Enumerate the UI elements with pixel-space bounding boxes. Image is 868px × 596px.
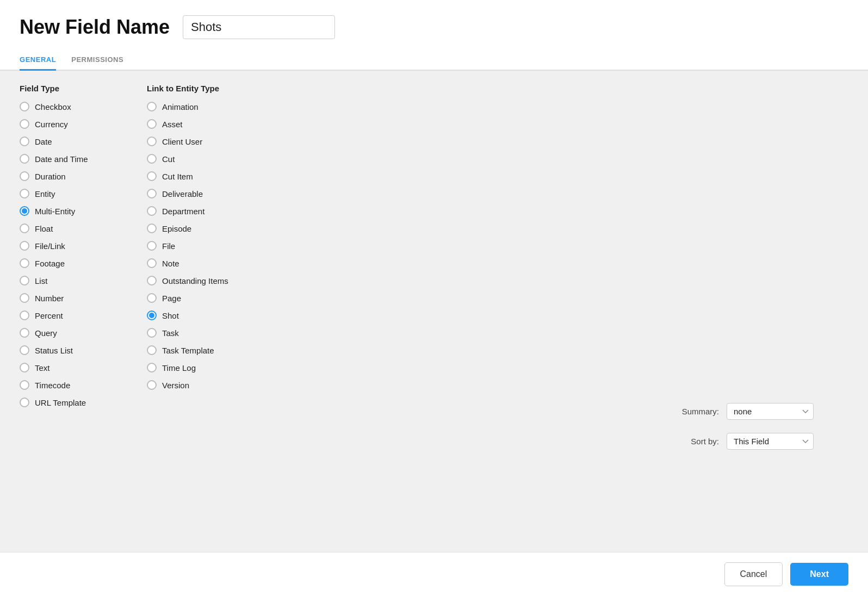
radio-item-shot[interactable]: Shot bbox=[147, 311, 857, 320]
page-title: New Field Name bbox=[20, 16, 170, 39]
radio-item-duration[interactable]: Duration bbox=[20, 171, 114, 181]
radio-item-cut[interactable]: Cut bbox=[147, 154, 857, 164]
radio-item-outstanding-items[interactable]: Outstanding Items bbox=[147, 276, 857, 285]
radio-circle-multi-entity bbox=[20, 206, 29, 216]
radio-item-animation[interactable]: Animation bbox=[147, 102, 857, 111]
field-type-radio-group: Checkbox Currency Date Date and Time Dur… bbox=[20, 102, 114, 407]
radio-label-note: Note bbox=[162, 259, 179, 268]
radio-circle-status-list bbox=[20, 345, 29, 355]
radio-circle-task-template bbox=[147, 345, 157, 355]
radio-circle-cut bbox=[147, 154, 157, 164]
radio-circle-text bbox=[20, 363, 29, 372]
radio-item-url-template[interactable]: URL Template bbox=[20, 398, 114, 407]
cancel-button[interactable]: Cancel bbox=[724, 562, 783, 586]
radio-label-department: Department bbox=[162, 207, 204, 216]
sort-by-select[interactable]: This Field Name Date Created Date Update… bbox=[727, 433, 814, 450]
radio-item-footage[interactable]: Footage bbox=[20, 258, 114, 268]
radio-circle-page bbox=[147, 293, 157, 303]
radio-item-status-list[interactable]: Status List bbox=[20, 345, 114, 355]
footer: Cancel Next bbox=[0, 552, 868, 596]
field-name-input[interactable] bbox=[183, 15, 335, 39]
radio-circle-footage bbox=[20, 258, 29, 268]
radio-item-checkbox[interactable]: Checkbox bbox=[20, 102, 114, 111]
radio-circle-outstanding-items bbox=[147, 276, 157, 285]
radio-label-url-template: URL Template bbox=[35, 398, 86, 407]
radio-label-percent: Percent bbox=[35, 311, 63, 320]
radio-circle-deliverable bbox=[147, 189, 157, 198]
radio-circle-client-user bbox=[147, 136, 157, 146]
radio-label-file-link: File/Link bbox=[35, 241, 65, 251]
radio-circle-url-template bbox=[20, 398, 29, 407]
entity-type-radio-group: Animation Asset Client User Cut Cut Item bbox=[147, 102, 857, 390]
radio-label-client-user: Client User bbox=[162, 137, 202, 146]
radio-item-task[interactable]: Task bbox=[147, 328, 857, 338]
summary-select[interactable]: none count sum average bbox=[727, 403, 814, 420]
radio-label-task: Task bbox=[162, 328, 179, 338]
radio-item-time-log[interactable]: Time Log bbox=[147, 363, 857, 372]
radio-circle-list bbox=[20, 276, 29, 285]
radio-label-number: Number bbox=[35, 294, 64, 303]
radio-label-list: List bbox=[35, 276, 47, 285]
radio-item-currency[interactable]: Currency bbox=[20, 119, 114, 129]
tab-general[interactable]: GENERAL bbox=[20, 50, 56, 71]
radio-item-episode[interactable]: Episode bbox=[147, 223, 857, 233]
entity-type-column: Link to Entity Type Animation Asset Clie… bbox=[125, 84, 868, 552]
radio-item-file[interactable]: File bbox=[147, 241, 857, 251]
radio-item-version[interactable]: Version bbox=[147, 380, 857, 390]
radio-label-timecode: Timecode bbox=[35, 381, 70, 390]
radio-circle-time-log bbox=[147, 363, 157, 372]
radio-item-date[interactable]: Date bbox=[20, 136, 114, 146]
radio-item-page[interactable]: Page bbox=[147, 293, 857, 303]
sort-by-row: Sort by: This Field Name Date Created Da… bbox=[147, 433, 857, 450]
radio-item-text[interactable]: Text bbox=[20, 363, 114, 372]
field-type-column: Field Type Checkbox Currency Date Date a… bbox=[0, 84, 125, 552]
radio-circle-checkbox bbox=[20, 102, 29, 111]
radio-circle-duration bbox=[20, 171, 29, 181]
radio-item-file-link[interactable]: File/Link bbox=[20, 241, 114, 251]
radio-item-client-user[interactable]: Client User bbox=[147, 136, 857, 146]
radio-item-deliverable[interactable]: Deliverable bbox=[147, 189, 857, 198]
radio-circle-entity bbox=[20, 189, 29, 198]
radio-label-float: Float bbox=[35, 224, 53, 233]
radio-item-asset[interactable]: Asset bbox=[147, 119, 857, 129]
radio-label-shot: Shot bbox=[162, 311, 179, 320]
radio-circle-note bbox=[147, 258, 157, 268]
radio-item-note[interactable]: Note bbox=[147, 258, 857, 268]
radio-circle-asset bbox=[147, 119, 157, 129]
radio-item-query[interactable]: Query bbox=[20, 328, 114, 338]
radio-circle-float bbox=[20, 223, 29, 233]
radio-circle-file-link bbox=[20, 241, 29, 251]
radio-item-date-and-time[interactable]: Date and Time bbox=[20, 154, 114, 164]
radio-item-entity[interactable]: Entity bbox=[20, 189, 114, 198]
radio-label-deliverable: Deliverable bbox=[162, 189, 203, 198]
radio-item-department[interactable]: Department bbox=[147, 206, 857, 216]
radio-circle-number bbox=[20, 293, 29, 303]
tab-bar: GENERAL PERMISSIONS bbox=[0, 50, 868, 71]
radio-circle-animation bbox=[147, 102, 157, 111]
tab-permissions[interactable]: PERMISSIONS bbox=[71, 50, 123, 71]
radio-label-checkbox: Checkbox bbox=[35, 102, 71, 111]
radio-circle-shot bbox=[147, 311, 157, 320]
radio-label-outstanding-items: Outstanding Items bbox=[162, 276, 228, 285]
radio-label-text: Text bbox=[35, 363, 50, 372]
next-button[interactable]: Next bbox=[790, 563, 848, 586]
page-header: New Field Name bbox=[0, 0, 868, 50]
radio-item-float[interactable]: Float bbox=[20, 223, 114, 233]
radio-label-cut-item: Cut Item bbox=[162, 172, 193, 181]
summary-label: Summary: bbox=[682, 407, 719, 416]
radio-item-number[interactable]: Number bbox=[20, 293, 114, 303]
radio-label-date: Date bbox=[35, 137, 52, 146]
radio-label-time-log: Time Log bbox=[162, 363, 196, 372]
radio-item-task-template[interactable]: Task Template bbox=[147, 345, 857, 355]
radio-label-entity: Entity bbox=[35, 189, 55, 198]
radio-item-list[interactable]: List bbox=[20, 276, 114, 285]
radio-label-task-template: Task Template bbox=[162, 346, 214, 355]
radio-label-query: Query bbox=[35, 328, 57, 338]
radio-item-cut-item[interactable]: Cut Item bbox=[147, 171, 857, 181]
radio-circle-currency bbox=[20, 119, 29, 129]
radio-circle-percent bbox=[20, 311, 29, 320]
radio-item-percent[interactable]: Percent bbox=[20, 311, 114, 320]
radio-item-multi-entity[interactable]: Multi-Entity bbox=[20, 206, 114, 216]
radio-label-page: Page bbox=[162, 294, 181, 303]
radio-item-timecode[interactable]: Timecode bbox=[20, 380, 114, 390]
